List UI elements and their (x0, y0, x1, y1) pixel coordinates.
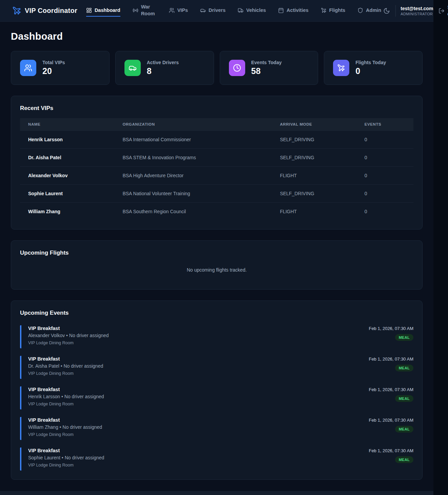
stat-label: Flights Today (355, 60, 386, 65)
shield-icon (357, 7, 363, 13)
event-info: VIP Breakfast Alexander Volkov • No driv… (28, 326, 109, 345)
column-header-name: NAME (20, 118, 114, 131)
nav-item-war-room[interactable]: War Room (133, 1, 157, 20)
vip-name: Henrik Larsson (20, 131, 114, 149)
user-email: test@test.com (401, 6, 433, 11)
sign-out-button[interactable]: Sign Out (439, 4, 448, 18)
vip-organization: BSA Southern Region Council (114, 203, 272, 221)
column-header-organization: ORGANIZATION (114, 118, 272, 131)
vip-events-count: 0 (356, 149, 413, 167)
event-datetime: Feb 1, 2026, 07:30 AM (369, 418, 413, 423)
plane-logo-icon (12, 6, 21, 15)
column-header-events: EVENTS (356, 118, 413, 131)
stat-label: Total VIPs (42, 60, 65, 65)
header-divider (395, 5, 396, 17)
nav-label: Vehicles (246, 7, 266, 14)
users-icon (169, 7, 175, 13)
nav-item-vehicles[interactable]: Vehicles (238, 5, 266, 17)
stat-value: 8 (147, 66, 179, 76)
radio-icon (133, 7, 138, 13)
table-row[interactable]: Henrik Larsson BSA International Commiss… (20, 131, 413, 149)
event-title: VIP Breakfast (28, 417, 102, 423)
event-location: VIP Lodge Dining Room (28, 432, 102, 437)
layout-dashboard-icon (86, 7, 92, 13)
event-info: VIP Breakfast William Zhang • No driver … (28, 417, 102, 437)
event-title: VIP Breakfast (28, 387, 104, 392)
vip-name: Dr. Aisha Patel (20, 149, 114, 167)
event-subtitle: Alexander Volkov • No driver assigned (28, 333, 109, 338)
app-root: VIP Coordinator Dashboard War Room VIPs … (0, 0, 433, 495)
nav-label: VIPs (177, 7, 188, 14)
stat-label: Active Drivers (147, 60, 179, 65)
list-item[interactable]: VIP Breakfast Dr. Aisha Patel • No drive… (20, 356, 413, 379)
upcoming-flights-card: Upcoming Flights No upcoming flights tra… (11, 240, 423, 290)
nav-label: Dashboard (95, 7, 120, 14)
moon-icon (383, 7, 390, 14)
status-badge: MEAL (395, 334, 413, 341)
nav-item-dashboard[interactable]: Dashboard (86, 5, 120, 17)
event-datetime: Feb 1, 2026, 07:30 AM (369, 326, 413, 331)
status-badge: MEAL (395, 395, 413, 402)
event-datetime: Feb 1, 2026, 07:30 AM (369, 387, 413, 392)
list-item[interactable]: VIP Breakfast Alexander Volkov • No driv… (20, 325, 413, 348)
event-info: VIP Breakfast Henrik Larsson • No driver… (28, 387, 104, 406)
stats-grid: Total VIPs 20 Active Drivers 8 Events (11, 51, 423, 85)
user-info: test@test.com ADMINISTRATOR (401, 6, 433, 16)
nav-item-drivers[interactable]: Drivers (200, 5, 226, 17)
table-row[interactable]: Sophie Laurent BSA National Volunteer Tr… (20, 185, 413, 203)
list-item[interactable]: VIP Breakfast Sophie Laurent • No driver… (20, 447, 413, 471)
event-datetime: Feb 1, 2026, 07:30 AM (369, 356, 413, 362)
vip-name: Alexander Volkov (20, 167, 114, 185)
list-item[interactable]: VIP Breakfast Henrik Larsson • No driver… (20, 386, 413, 409)
event-subtitle: Sophie Laurent • No driver assigned (28, 455, 104, 460)
event-subtitle: Henrik Larsson • No driver assigned (28, 394, 104, 399)
vip-name: Sophie Laurent (20, 185, 114, 203)
event-title: VIP Breakfast (28, 448, 104, 453)
nav-label: War Room (141, 4, 157, 17)
stat-card-total-vips: Total VIPs 20 (11, 51, 110, 85)
calendar-icon (278, 7, 284, 13)
car-icon (200, 7, 206, 13)
table-row[interactable]: Alexander Volkov BSA High Adventure Dire… (20, 167, 413, 185)
table-row[interactable]: William Zhang BSA Southern Region Counci… (20, 203, 413, 221)
top-nav-bar: VIP Coordinator Dashboard War Room VIPs … (0, 0, 433, 22)
nav-item-flights[interactable]: Flights (321, 5, 346, 17)
nav-label: Drivers (209, 7, 226, 14)
nav-item-vips[interactable]: VIPs (169, 5, 188, 17)
column-header-arrival-mode: ARRIVAL MODE (272, 118, 356, 131)
stat-label: Events Today (251, 60, 282, 65)
event-title: VIP Breakfast (28, 326, 109, 331)
right-edge-strip (433, 0, 448, 495)
event-info: VIP Breakfast Sophie Laurent • No driver… (28, 448, 104, 468)
vip-events-count: 0 (356, 131, 413, 149)
nav-item-admin[interactable]: Admin (357, 5, 381, 17)
user-role: ADMINISTRATOR (401, 12, 433, 16)
theme-toggle-button[interactable] (382, 6, 391, 16)
stat-value: 0 (355, 66, 386, 76)
vip-organization: BSA High Adventure Director (114, 167, 272, 185)
table-header-row: NAME ORGANIZATION ARRIVAL MODE EVENTS (20, 118, 413, 131)
stat-card-active-drivers: Active Drivers 8 (115, 51, 214, 85)
vip-name: William Zhang (20, 203, 114, 221)
list-item[interactable]: VIP Breakfast William Zhang • No driver … (20, 417, 413, 440)
car-icon (124, 60, 141, 76)
nav-item-activities[interactable]: Activities (278, 5, 308, 17)
vip-arrival-mode: FLIGHT (272, 167, 356, 185)
vip-events-count: 0 (356, 167, 413, 185)
status-badge: MEAL (395, 426, 413, 433)
nav-label: Flights (329, 7, 346, 14)
main-content: Dashboard Total VIPs 20 Active Drivers 8 (11, 22, 423, 480)
event-meta: Feb 1, 2026, 07:30 AM MEAL (369, 417, 413, 433)
event-meta: Feb 1, 2026, 07:30 AM MEAL (369, 387, 413, 402)
events-list: VIP Breakfast Alexander Volkov • No driv… (20, 325, 413, 471)
plane-icon (321, 7, 327, 13)
stat-value: 20 (42, 66, 65, 76)
clock-icon (229, 60, 245, 76)
upcoming-flights-title: Upcoming Flights (20, 250, 413, 256)
event-location: VIP Lodge Dining Room (28, 402, 104, 406)
event-location: VIP Lodge Dining Room (28, 463, 104, 468)
table-row[interactable]: Dr. Aisha Patel BSA STEM & Innovation Pr… (20, 149, 413, 167)
main-nav: Dashboard War Room VIPs Drivers Vehicles… (86, 1, 381, 20)
event-location: VIP Lodge Dining Room (28, 371, 103, 376)
vip-arrival-mode: SELF_DRIVING (272, 185, 356, 203)
